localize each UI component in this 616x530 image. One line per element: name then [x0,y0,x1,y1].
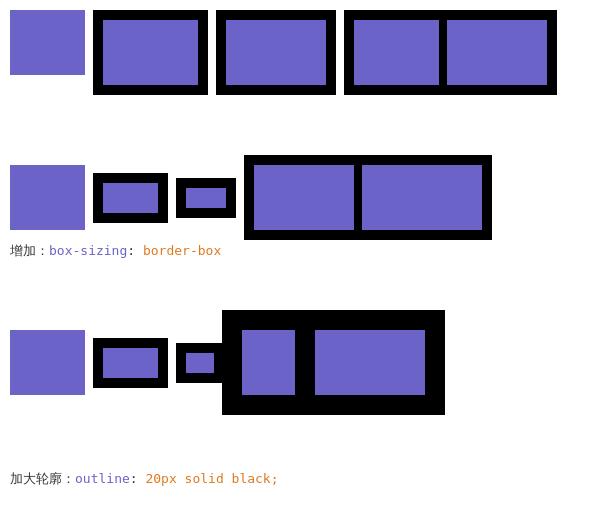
box-2-3-wrap [176,178,236,218]
box-2-45-wrap [244,155,492,240]
box-2-3 [186,188,226,208]
label-2-text: 增加： [10,243,49,258]
section-3 [10,320,435,405]
box-1-3 [226,20,326,85]
box-1-45-wrap [344,10,557,95]
label-2-property: box-sizing [49,243,127,258]
box-3-3 [186,353,214,373]
box-3-5 [315,330,425,395]
box-1-4 [354,20,439,85]
box-3-1 [10,330,85,395]
box-3-2-wrap [93,338,168,388]
box-1-3-wrap [216,10,336,95]
label-2-value: border-box [143,243,221,258]
label-3-property: outline [75,471,130,486]
box-1-2-wrap [93,10,208,95]
box-1-1 [10,10,85,75]
section-2 [10,155,492,240]
box-2-5 [362,165,482,230]
box-3-2 [103,348,158,378]
box-1-2 [103,20,198,85]
box-2-4 [254,165,354,230]
box-3-4 [242,330,307,395]
label-3-value-num: 20px [145,471,176,486]
label-3: 加大轮廓：outline: 20px solid black; [10,470,279,488]
label-2: 增加：box-sizing: border-box [10,242,221,260]
box-2-2-wrap [93,173,168,223]
label-3-value-str: solid black; [185,471,279,486]
box-1-5 [447,20,547,85]
box-3-45-wrap [232,320,435,405]
section-1 [10,10,557,95]
box-2-2 [103,183,158,213]
label-3-text: 加大轮廓： [10,471,75,486]
box-2-1 [10,165,85,230]
box-3-3-wrap [176,343,224,383]
